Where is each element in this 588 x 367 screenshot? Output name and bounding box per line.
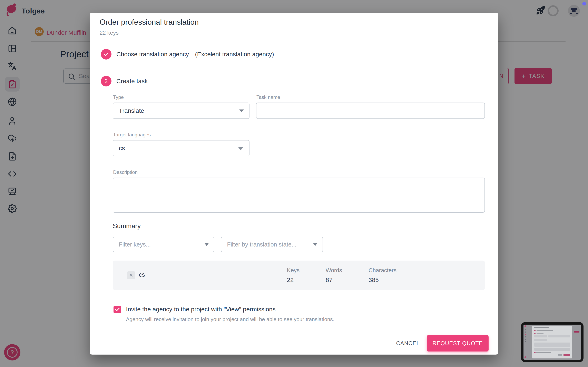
target-languages-label: Target languages — [113, 132, 151, 138]
step-2-row: 2 Create task — [101, 76, 148, 86]
invite-agency-label[interactable]: Invite the agency to the project with "V… — [126, 306, 276, 313]
order-translation-dialog: Order professional translation 22 keys C… — [90, 13, 498, 355]
characters-value: 385 — [369, 276, 379, 284]
keys-column-header: Keys — [287, 267, 300, 274]
chevron-down-icon — [313, 243, 317, 246]
step-1-label: Choose translation agency — [116, 51, 189, 58]
summary-row: cs Keys 22 Words 87 Characters 385 — [113, 261, 485, 290]
app-root: Tolgee — [0, 0, 588, 367]
type-label: Type — [113, 94, 124, 100]
target-languages-value: cs — [119, 145, 125, 152]
task-name-input[interactable] — [256, 103, 485, 119]
screen-share-preview — [521, 322, 584, 362]
dialog-title: Order professional translation — [100, 18, 199, 26]
keys-value: 22 — [287, 276, 294, 284]
task-name-label: Task name — [256, 94, 280, 100]
cancel-button[interactable]: CANCEL — [392, 335, 424, 351]
notification-dot — [582, 2, 586, 6]
words-value: 87 — [326, 276, 332, 284]
screen-preview-content — [523, 325, 581, 360]
chevron-down-icon — [238, 147, 243, 150]
chevron-down-icon — [205, 243, 209, 246]
type-select[interactable]: Translate — [113, 103, 250, 119]
close-icon — [129, 273, 133, 277]
invite-agency-checkbox[interactable] — [113, 306, 121, 313]
check-icon — [114, 307, 120, 312]
remove-language-button[interactable] — [127, 271, 135, 279]
dialog-subtitle: 22 keys — [100, 30, 119, 36]
step-2-label: Create task — [116, 78, 148, 85]
filter-translation-state-select[interactable]: Filter by translation state... — [221, 237, 323, 252]
filter-keys-select[interactable]: Filter keys... — [113, 237, 214, 252]
summary-language: cs — [139, 271, 145, 278]
step-1-agency-detail: (Excelent translation agency) — [195, 51, 274, 58]
step-1-check-circle — [101, 49, 112, 59]
request-quote-button[interactable]: REQUEST QUOTE — [427, 335, 489, 351]
chevron-down-icon — [239, 109, 244, 112]
invite-agency-helper-text: Agency will receive invitation to join y… — [126, 316, 334, 323]
description-label: Description — [113, 169, 138, 175]
summary-heading: Summary — [113, 222, 141, 230]
step-2-number-circle: 2 — [101, 76, 112, 86]
step-1-row: Choose translation agency (Excelent tran… — [101, 49, 274, 59]
step-connector-line — [106, 62, 106, 75]
words-column-header: Words — [326, 267, 342, 274]
filter-keys-placeholder: Filter keys... — [119, 241, 151, 248]
type-select-value: Translate — [119, 107, 144, 114]
target-languages-select[interactable]: cs — [113, 140, 250, 156]
filter-state-placeholder: Filter by translation state... — [227, 241, 296, 248]
step-2-number: 2 — [104, 78, 108, 84]
check-icon — [103, 51, 109, 57]
characters-column-header: Characters — [369, 267, 397, 274]
description-textarea[interactable] — [113, 178, 485, 213]
